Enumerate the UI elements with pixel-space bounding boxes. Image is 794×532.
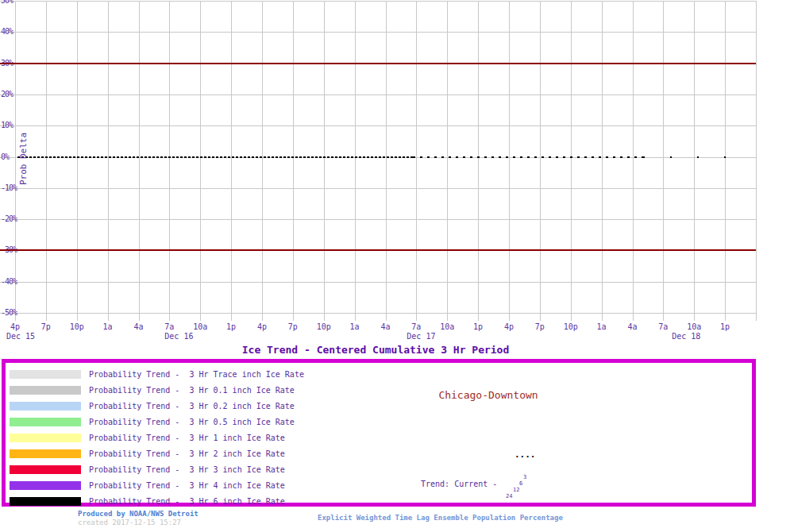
legend-swatch: [10, 386, 81, 395]
date-label: Dec 18: [672, 333, 700, 341]
v-gridline: [571, 1, 572, 321]
x-tick-label: 4p: [257, 323, 267, 331]
v-gridline: [386, 1, 387, 321]
v-gridline: [77, 1, 78, 321]
v-gridline: [478, 1, 479, 321]
v-gridline: [324, 1, 325, 321]
h-gridline: [0, 188, 756, 189]
legend-swatch: [10, 370, 81, 379]
legend-item: Probability Trend - 3 Hr 0.5 inch Ice Ra…: [10, 414, 304, 430]
v-gridline: [663, 1, 664, 321]
legend-item-label: Probability Trend - 3 Hr 0.1 inch Ice Ra…: [89, 386, 295, 395]
x-tick-label: 1a: [103, 323, 113, 331]
legend-item: Probability Trend - 3 Hr 0.2 inch Ice Ra…: [10, 398, 304, 414]
v-gridline: [169, 1, 170, 321]
h-gridline: [0, 313, 756, 314]
legend-swatch: [10, 434, 81, 442]
x-tick-label: 10a: [193, 323, 207, 331]
v-gridline: [416, 1, 417, 321]
x-tick-label: 4p: [504, 323, 514, 331]
x-tick-label: 10p: [317, 323, 331, 331]
footer-method-label: Explicit Weighted Time Lag Ensemble Popu…: [318, 514, 563, 522]
x-tick-label: 1p: [473, 323, 483, 331]
x-tick-label: 7p: [535, 323, 545, 331]
legend-item: Probability Trend - 3 Hr 6 inch Ice Rate: [10, 493, 304, 509]
legend-item-label: Probability Trend - 3 Hr 3 inch Ice Rate: [89, 465, 285, 474]
h-gridline: [0, 94, 756, 95]
x-tick-label: 1p: [226, 323, 236, 331]
v-gridline: [509, 1, 510, 321]
x-tick-label: 10p: [70, 323, 84, 331]
y-tick-label: -10%: [1, 184, 17, 192]
h-gridline: [0, 125, 756, 126]
y-tick-label: -50%: [1, 309, 17, 317]
h-gridline: [0, 282, 756, 283]
x-tick-label: 4a: [133, 323, 143, 331]
legend-item: Probability Trend - 3 Hr 1 inch Ice Rate: [10, 430, 304, 445]
legend-swatch: [10, 449, 81, 458]
threshold-line-lower: [0, 249, 756, 251]
x-tick-label: 7a: [411, 323, 421, 331]
v-gridline: [725, 1, 726, 321]
legend-item: Probability Trend - 3 Hr 3 inch Ice Rate: [10, 461, 304, 477]
y-tick-label: 40%: [1, 28, 13, 36]
legend-item-label: Probability Trend - 3 Hr 6 inch Ice Rate: [89, 497, 285, 506]
trend-lag-6: 6: [519, 480, 522, 487]
v-gridline: [602, 1, 603, 321]
h-gridline: [0, 1, 756, 2]
legend-item-label: Probability Trend - 3 Hr 1 inch Ice Rate: [89, 434, 285, 442]
trend-lag-12: 12: [513, 487, 519, 493]
zero-trend-line: [643, 156, 750, 158]
trend-current-label: Trend: Current -: [421, 480, 497, 488]
date-label: Dec 16: [164, 333, 193, 341]
footer-produced-by: Produced by NOAA/NWS Detroit: [78, 510, 198, 518]
legend-item-label: Probability Trend - 3 Hr 4 inch Ice Rate: [89, 481, 285, 490]
legend-item: Probability Trend - 3 Hr 2 inch Ice Rate: [10, 445, 304, 461]
y-tick-label: -40%: [1, 278, 17, 286]
y-tick-label: 10%: [1, 121, 13, 129]
zero-trend-line: [413, 156, 643, 158]
chart-title: Ice Trend - Centered Cumulative 3 Hr Per…: [242, 344, 510, 356]
y-axis-title: Prob Delta: [18, 133, 29, 185]
x-tick-label: 1a: [350, 323, 360, 331]
v-gridline: [139, 1, 140, 321]
legend-item: Probability Trend - 3 Hr Trace inch Ice …: [10, 366, 304, 382]
ice-trend-chart: 50%40%30%20%10%0%-10%-20%-30%-40%-50%4p7…: [0, 0, 794, 532]
x-tick-label: 10a: [440, 323, 454, 331]
legend-items: Probability Trend - 3 Hr Trace inch Ice …: [10, 366, 304, 509]
legend-item-label: Probability Trend - 3 Hr 0.5 inch Ice Ra…: [89, 418, 295, 426]
x-tick-label: 7a: [164, 323, 174, 331]
v-gridline: [108, 1, 109, 321]
legend-swatch: [10, 465, 81, 474]
zero-trend-line: [17, 156, 413, 158]
legend-swatch: [10, 418, 81, 426]
trend-lag-24: 24: [506, 493, 512, 499]
v-gridline: [200, 1, 201, 321]
trend-sample-dots: ....: [515, 450, 536, 459]
y-tick-label: 50%: [1, 0, 13, 5]
v-gridline: [46, 1, 47, 321]
x-tick-label: 7p: [288, 323, 298, 331]
date-label: Dec 15: [6, 333, 35, 341]
x-tick-label: 4p: [10, 323, 20, 331]
legend-swatch: [10, 402, 81, 411]
v-gridline: [293, 1, 294, 321]
h-gridline: [0, 32, 756, 33]
v-gridline: [756, 1, 757, 321]
y-tick-label: -20%: [1, 215, 17, 223]
legend-item-label: Probability Trend - 3 Hr 2 inch Ice Rate: [89, 449, 285, 458]
threshold-line-upper: [0, 63, 756, 64]
v-gridline: [447, 1, 448, 321]
legend-item-label: Probability Trend - 3 Hr 0.2 inch Ice Ra…: [89, 402, 295, 411]
trend-lag-3: 3: [523, 474, 526, 480]
date-label: Dec 17: [407, 333, 435, 341]
x-tick-label: 7a: [658, 323, 668, 331]
legend-swatch: [10, 481, 81, 490]
footer-created-timestamp: created 2017-12-15 15:27: [78, 519, 181, 526]
location-title: Chicago-Downtown: [438, 389, 538, 401]
legend-item: Probability Trend - 3 Hr 0.1 inch Ice Ra…: [10, 382, 304, 398]
x-tick-label: 4a: [380, 323, 390, 331]
x-tick-label: 1p: [720, 323, 730, 331]
y-tick-label: 0%: [1, 153, 9, 161]
y-tick-label: 20%: [1, 91, 13, 98]
